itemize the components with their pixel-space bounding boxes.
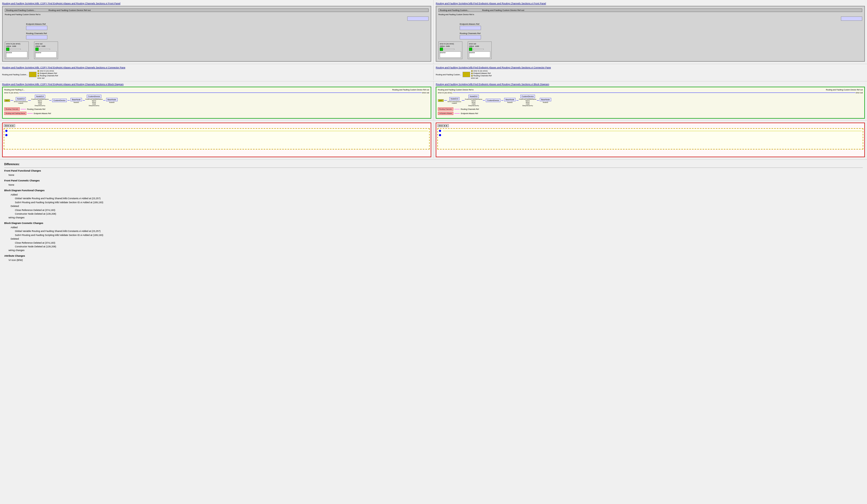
- left-fp-error-in-fields: status code: [6, 45, 28, 47]
- left-bd-basenode-2: BaseNode: [106, 98, 118, 101]
- right-bd-nodes-row: DUT NodeDUt IDToCustomDevice nodeID Node…: [438, 94, 863, 106]
- bd-wiring-label: wiring changes: [9, 216, 863, 219]
- left-fp-box: Routing and Faulting Custom... Routing a…: [2, 6, 431, 62]
- right-conn-title[interactable]: Routing and Faulting Scripting.lvlib:Fin…: [436, 66, 865, 69]
- left-fp-endpoint-ctrl[interactable]: [26, 26, 47, 30]
- left-bd-nodedu2: NodeDUt: [35, 95, 45, 98]
- right-connector-panel: Routing and Faulting Scripting.lvlib:Fin…: [434, 65, 867, 80]
- right-bd-deep-1: DeepHierarchy: [468, 105, 479, 106]
- left-bd-node-group-1: NodeDUt IDToCustomDevice nodeID: [14, 97, 28, 104]
- left-fp-routing-ctrl[interactable]: [26, 35, 47, 39]
- right-conn-line-2-label: Endpoint Aliases Ref: [473, 72, 491, 74]
- left-bd-io-labels: Routing and Faulting C... Routing and Fa…: [4, 89, 429, 91]
- left-fp-error-section: error in (no error) status code source: [5, 42, 429, 59]
- left-bd-nodeid-3: NodeID: [109, 101, 114, 103]
- right-fp-title[interactable]: Routing and Faulting Scripting.lvlib:Fin…: [436, 2, 865, 5]
- left-ref-in-control[interactable]: [407, 17, 429, 21]
- right-bd-wire-1: [444, 100, 447, 100]
- right-bd-title[interactable]: Routing and Faulting Scripting.lvlib:Fin…: [436, 83, 865, 86]
- left-bd-panel: Routing and Faulting Scripting.lvlib: CO…: [0, 82, 434, 120]
- right-bd-node-group-3: CustomDevice: [485, 98, 501, 103]
- right-fp-error-in-status-row: [440, 47, 461, 51]
- error-canvas-row: Error ◄ ►: [0, 120, 867, 160]
- left-yellow-inner-box: [4, 128, 430, 149]
- right-fp-status-indicator: [440, 47, 443, 51]
- right-fp-subtitle: Routing and Faulting Custom...: [440, 9, 469, 11]
- left-bd-basenode-1: BaseNode: [71, 98, 82, 101]
- left-blue-dot-2: [5, 134, 8, 136]
- right-bd-node-group-4: BaseNode NodeID: [504, 98, 516, 103]
- right-fp-routing-ctrl[interactable]: [460, 35, 481, 39]
- right-ref-in-control[interactable]: [841, 17, 862, 21]
- right-fp-io-row: Routing and Faulting Custom Device Ref i…: [438, 13, 862, 15]
- left-fp-out-code-field[interactable]: [39, 49, 50, 50]
- right-bd-nodedu2: NodeDUt: [469, 95, 479, 98]
- left-bd-node-group-4: BaseNode NodeID: [70, 98, 82, 103]
- right-conn-line-4-label: error out: [471, 77, 478, 79]
- bd-added-section: Added Global Variable Routing and Faulti…: [7, 193, 863, 204]
- left-bd-nodes-row: DUT NodeDUt IDToCustomDevice nodeID Node…: [4, 94, 429, 106]
- left-bd-io-in-label: Routing and Faulting C...: [4, 89, 25, 91]
- fp-cosmetic-none: None: [9, 183, 863, 187]
- left-fp-title[interactable]: Routing and Faulting Scripting.lvlib: CO…: [2, 2, 431, 5]
- right-fp-error-out-title: error out: [469, 43, 490, 45]
- right-fp-out-source-label: source: [469, 52, 490, 53]
- right-bd-routing-row: Routing Channels Routing Channels Ref: [438, 107, 863, 111]
- right-bd-inner: Routing and Faulting Custom Device Ref i…: [436, 87, 864, 117]
- bd-cosmetic-deleted-label: Deleted: [11, 237, 863, 241]
- right-conn-dot-2: [471, 73, 473, 74]
- left-conn-dot-3: [38, 75, 39, 77]
- left-fp-io-row: Routing and Faulting Custom Device Ref i…: [5, 13, 429, 15]
- left-error-bar-label: Error: [5, 125, 9, 127]
- left-fp-error-in-status-row: [6, 47, 28, 51]
- left-bd-endpoint-wire: [28, 113, 33, 114]
- right-bd-error-out-label: error out: [856, 92, 863, 94]
- right-fp-error-out-status-row: [469, 47, 490, 51]
- right-yellow-wire-1: [443, 131, 862, 131]
- left-yellow-inner-content: [4, 129, 429, 133]
- right-fp-code-field[interactable]: [444, 49, 454, 50]
- left-bd-inner: Routing and Faulting C... Routing and Fa…: [3, 87, 431, 117]
- left-conn-line-3: Routing Channels Ref: [38, 75, 58, 77]
- right-fp-out-code-field[interactable]: [473, 49, 484, 50]
- right-fp-titlebar: Routing and Faulting Custom... Routing a…: [438, 9, 862, 12]
- left-fp-code-field[interactable]: [10, 49, 21, 50]
- right-conn-visual: Routing and Faulting Custom... error in …: [436, 70, 492, 79]
- left-conn-line-4: error out: [38, 77, 58, 79]
- right-bd-error-wire: [452, 93, 855, 93]
- left-yellow-wire-1: [9, 131, 428, 131]
- right-bd-node-group-5: CustomDevice FindFirstChildWithName Name…: [519, 94, 536, 106]
- fp-functional-heading: Front Panel Functional Changes: [4, 169, 863, 173]
- left-conn-title[interactable]: Routing and Faulting Scripting.lvlib: CO…: [2, 66, 431, 69]
- right-error-top-bar: Error ◄ ►: [437, 124, 863, 127]
- left-yellow-inner-content-2: [4, 133, 429, 137]
- bd-cosmetic-deleted-item1: Close Reference Deleted at (374,193): [15, 241, 863, 245]
- right-fp-source-box: source: [440, 51, 461, 58]
- fp-cosmetic-heading: Front Panel Cosmetic Changes: [4, 179, 863, 182]
- left-fp-out-code-label: code: [42, 45, 45, 47]
- right-bd-error-in-label: error in (no error): [438, 92, 452, 94]
- bd-cosmetic-item2: SubVI Routing and Faulting Scripting.lvl…: [15, 233, 863, 237]
- left-conn-line-2: Endpoint Aliases Ref: [38, 72, 58, 74]
- right-fp-error-in-fields: status code: [440, 45, 461, 47]
- left-bd-title[interactable]: Routing and Faulting Scripting.lvlib: CO…: [2, 83, 431, 86]
- right-fp-out-status-label: status: [469, 45, 474, 47]
- left-conn-line-2-label: Endpoint Aliases Ref: [40, 72, 57, 74]
- left-fp-error-in-title: error in (no error): [6, 43, 28, 45]
- bd-cosmetic-added-section: Added Global Variable Routing and Faulti…: [7, 226, 863, 237]
- right-fp-endpoint-ctrl[interactable]: [460, 26, 481, 30]
- left-bd-nodedu1: NodeDUt: [16, 97, 26, 100]
- left-conn-lines: error in (no error) Endpoint Aliases Ref…: [38, 70, 58, 79]
- main-container: Routing and Faulting Scripting.lvlib: CO…: [0, 0, 867, 265]
- left-bd-nodeid-2: NodeID: [73, 101, 79, 103]
- left-fp-source-label: source: [7, 52, 27, 53]
- left-bd-routing-wire: [21, 109, 26, 109]
- bd-functional-heading: Block Diagram Functional Changes: [4, 189, 863, 192]
- right-yellow-inner-content-2: [438, 133, 863, 137]
- right-bd-node-group-2: NodeDUt FindFirstChildWithName Name None…: [465, 94, 482, 106]
- right-bd-wire-5: [516, 100, 518, 100]
- right-fp-error-out-fields: status code: [469, 45, 490, 47]
- right-bd-routing-channels-ref-label: Routing Channels Ref: [461, 108, 479, 110]
- left-fp-ref-in-ctrl-row: [5, 17, 429, 21]
- bd-added-item1: Global Variable Routing and Faulting Sha…: [15, 196, 863, 200]
